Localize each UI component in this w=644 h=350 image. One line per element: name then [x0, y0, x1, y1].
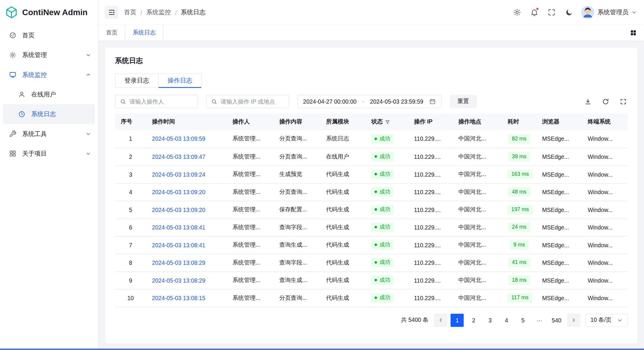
browser-cell: MSEdge...: [537, 148, 582, 165]
refresh-icon[interactable]: [602, 98, 609, 105]
user-icon: [18, 91, 26, 98]
sidebar-item-label: 首页: [22, 31, 34, 39]
sidebar-item-home[interactable]: 首页: [3, 26, 95, 45]
pagination-next-button[interactable]: [567, 313, 580, 327]
breadcrumb-item-monitor[interactable]: 系统监控: [146, 8, 171, 16]
expand-icon[interactable]: [620, 98, 627, 105]
filter-funnel-icon[interactable]: [385, 119, 390, 125]
monitor-icon: [9, 71, 16, 78]
operation-time-link[interactable]: 2024-05-03 13:08:15: [152, 295, 205, 301]
sidebar-item-system-monitor[interactable]: 系统监控: [3, 65, 95, 85]
sidebar-item-online-users[interactable]: 在线用户: [3, 85, 95, 104]
page-title: 系统日志: [115, 56, 627, 65]
sidebar-item-system-tools[interactable]: 系统工具: [3, 124, 95, 144]
download-icon[interactable]: [584, 98, 591, 105]
pagination-page-4[interactable]: 4: [500, 313, 513, 327]
pagination-page-1[interactable]: 1: [451, 313, 464, 327]
pagination-page-3[interactable]: 3: [484, 313, 497, 327]
status-dot-icon: [375, 279, 377, 281]
col-header-ip: 操作 IP: [408, 114, 452, 130]
pagination-pages: 12345···540: [451, 313, 564, 327]
operation-time-link[interactable]: 2024-05-03 13:09:47: [152, 153, 205, 160]
operation-time-link[interactable]: 2024-05-03 13:09:20: [152, 189, 205, 195]
ip-cell: 110.229....: [408, 130, 452, 148]
col-header-content: 操作内容: [273, 114, 320, 130]
pagination-total: 共 5400 条: [401, 316, 429, 324]
duration-badge: 82 ms: [508, 134, 530, 144]
pagination-page-2[interactable]: 2: [467, 313, 480, 327]
duration-badge: 41 ms: [508, 258, 530, 267]
view-tab-system-logs[interactable]: 系统日志: [125, 25, 164, 41]
gear-icon: [9, 51, 16, 59]
status-cell: 成功: [365, 236, 408, 254]
breadcrumb-item-current: 系统日志: [181, 8, 205, 16]
date-range-picker[interactable]: 2024-04-27 00:00:00 - 2024-05-03 23:59:5…: [298, 95, 442, 108]
chevron-up-icon: [86, 72, 91, 77]
filter-toolbar: 2024-04-27 00:00:00 - 2024-05-03 23:59:5…: [115, 95, 627, 108]
duration-cell: 24 ms: [502, 218, 536, 236]
fullscreen-button[interactable]: [544, 5, 559, 19]
time-cell: 2024-05-03 13:08:15: [146, 289, 227, 307]
duration-cell: 39 ms: [502, 148, 536, 165]
index-cell: 7: [115, 236, 146, 254]
dark-mode-button[interactable]: [561, 5, 576, 19]
pagination-ellipsis[interactable]: ···: [533, 313, 546, 327]
sidebar-item-label: 关于项目: [22, 150, 47, 157]
sidebar-item-about[interactable]: 关于项目: [3, 144, 95, 163]
pagination-prev-button[interactable]: [434, 313, 447, 327]
operation-time-link[interactable]: 2024-05-03 13:09:24: [152, 171, 205, 178]
tab-login-logs[interactable]: 登录日志: [115, 74, 159, 88]
status-cell: 成功: [365, 218, 408, 236]
operation-time-link[interactable]: 2024-05-03 13:09:20: [152, 206, 205, 213]
content-cell: 查询字段...: [273, 218, 320, 236]
user-menu[interactable]: 系统管理员: [581, 6, 637, 19]
time-cell: 2024-05-03 13:09:59: [146, 130, 227, 148]
duration-badge: 117 ms: [508, 293, 532, 303]
page-size-select[interactable]: 10 条/页: [585, 313, 628, 327]
table-row: 102024-05-03 13:08:15系统管理...分页查询...代码生成成…: [115, 289, 627, 307]
notifications-button[interactable]: [527, 5, 542, 19]
time-cell: 2024-05-03 13:08:29: [146, 254, 227, 271]
operation-time-link[interactable]: 2024-05-03 13:08:29: [152, 277, 205, 284]
status-cell: 成功: [365, 130, 408, 148]
app-logo[interactable]: ContiNew Admin: [0, 0, 98, 25]
operation-time-link[interactable]: 2024-05-03 13:08:41: [152, 224, 205, 231]
operator-search-input[interactable]: [129, 98, 193, 105]
operation-time-link[interactable]: 2024-05-03 13:08:29: [152, 259, 205, 266]
chevron-down-icon: [86, 151, 91, 156]
view-tab-home[interactable]: 首页: [99, 25, 125, 41]
status-badge: 成功: [371, 134, 393, 144]
duration-badge: 39 ms: [508, 152, 530, 161]
fullscreen-icon: [548, 8, 556, 17]
status-badge: 成功: [371, 223, 393, 232]
tab-operation-logs[interactable]: 操作日志: [159, 74, 202, 88]
operator-cell: 系统管理...: [227, 254, 274, 271]
search-icon: [120, 98, 126, 104]
status-dot-icon: [375, 173, 377, 175]
module-cell: 在线用户: [320, 148, 365, 165]
bottom-accent-line: [0, 349, 644, 350]
pagination-page-5[interactable]: 5: [516, 313, 529, 327]
settings-button[interactable]: [510, 5, 525, 19]
view-tabbar: 首页 系统日志: [99, 25, 644, 41]
module-cell: 系统日志: [320, 130, 365, 148]
ip-search-input[interactable]: [221, 98, 284, 105]
sidebar-item-system-mgmt[interactable]: 系统管理: [3, 45, 95, 65]
pagination-page-540[interactable]: 540: [549, 313, 564, 327]
sidebar-item-system-logs[interactable]: 系统日志: [3, 104, 95, 124]
sidebar-item-label: 系统监控: [22, 71, 47, 79]
operation-time-link[interactable]: 2024-05-03 13:09:59: [152, 136, 205, 142]
location-cell: 中国河北...: [452, 218, 502, 236]
breadcrumb-item-home[interactable]: 首页: [124, 8, 136, 16]
operator-cell: 系统管理...: [227, 289, 274, 307]
tab-actions-button[interactable]: [627, 25, 640, 41]
main-area: 首页 / 系统监控 / 系统日志: [99, 0, 644, 350]
status-badge: 成功: [371, 258, 393, 267]
log-table-body: 12024-05-03 13:09:59系统管理...分页查询...系统日志成功…: [115, 130, 627, 307]
operation-time-link[interactable]: 2024-05-03 13:08:41: [152, 242, 205, 248]
sidebar-item-label: 在线用户: [31, 91, 56, 98]
browser-cell: MSEdge...: [537, 289, 582, 307]
index-cell: 8: [115, 254, 146, 271]
menu-fold-button[interactable]: [105, 6, 118, 19]
reset-button[interactable]: 重置: [450, 95, 477, 108]
